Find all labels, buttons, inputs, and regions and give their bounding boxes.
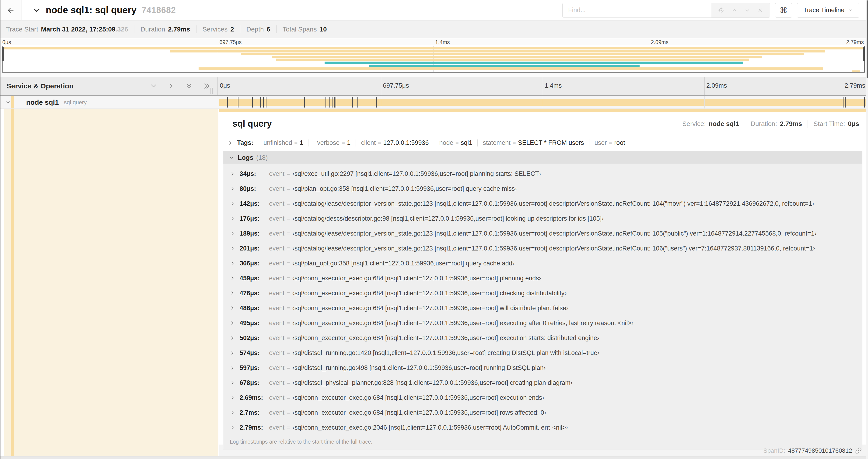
log-row[interactable]: 176μs:event=‹sql/catalog/descs/descripto… [223,211,862,226]
chevron-right-icon [230,246,235,251]
collapse-span-chevron-icon[interactable] [5,100,11,105]
link-icon[interactable] [855,447,862,454]
log-row[interactable]: 80μs:event=‹sql/plan_opt.go:358 [nsql1,c… [223,181,862,196]
column-resize-handle[interactable] [211,88,213,94]
expand-all-icon[interactable] [185,82,193,90]
minimap-canvas[interactable] [2,46,865,73]
minimap-tick-label: 1.4ms [433,39,450,45]
log-timestamp: 366μs: [240,260,267,267]
log-row[interactable]: 574μs:event=‹sql/distsql_running.go:1420… [223,346,862,360]
span-row-name-cell: node sql1 sql query [0,96,217,108]
span-row-node-sql1[interactable]: node sql1 sql query [0,96,866,109]
log-marker [845,97,846,107]
back-button[interactable] [0,0,22,20]
find-input[interactable] [563,3,711,18]
view-selector-label: Trace Timeline [803,6,844,14]
log-timestamp: 34μs: [240,170,267,177]
log-row[interactable]: 189μs:event=‹sql/catalog/lease/descripto… [223,226,862,241]
minimap-span [852,70,861,73]
collapse-one-icon[interactable] [167,82,175,90]
log-row[interactable]: 495μs:event=‹sql/conn_executor_exec.go:6… [223,316,862,330]
log-row[interactable]: 486μs:event=‹sql/conn_executor_exec.go:6… [223,301,862,316]
chevron-right-icon [230,335,235,340]
trace-summary-label: Trace Start [6,26,38,33]
minimap-tick-labels: 0μs697.75μs1.4ms2.09ms2.79ms [2,39,865,45]
log-field-value: ‹sql/conn_executor_exec.go:684 [nsql1,cl… [292,394,544,401]
log-row[interactable]: 678μs:event=‹sql/distsql_physical_planne… [223,375,862,390]
log-row[interactable]: 502μs:event=‹sql/conn_executor_exec.go:6… [223,330,862,346]
log-timestamp: 486μs: [240,305,267,312]
log-row[interactable]: 34μs:event=‹sql/exec_util.go:2297 [nsql1… [223,166,862,181]
trace-summary-suffix: .326 [116,26,128,33]
divider [745,120,745,128]
log-field-key: event [269,305,284,312]
log-timestamp: 2.7ms: [240,409,267,416]
log-row[interactable]: 2.7ms:event=‹sql/conn_executor_exec.go:6… [223,405,862,420]
expand-one-icon[interactable] [150,82,157,90]
log-field-key: event [269,245,284,252]
minimap-scrubber-grip[interactable] [863,47,865,61]
log-field-key: event [269,260,284,267]
log-field-key: event [269,409,284,416]
prev-result-icon[interactable] [731,7,738,13]
collapse-all-icon[interactable] [203,82,211,90]
tag-separator: = [378,140,381,146]
tag-separator: = [609,140,612,146]
chevron-right-icon [230,261,235,266]
tag-item: client=127.0.0.1:59936 [361,139,429,146]
window-left-edge [0,0,0,459]
log-field-separator: = [287,290,290,296]
log-row[interactable]: 2.69ms:event=‹sql/conn_executor_exec.go:… [223,390,862,405]
span-color-strip [11,109,14,456]
log-marker [260,97,260,107]
scrollbar-thumb[interactable] [867,0,868,78]
tag-separator: = [513,140,516,146]
span-detail-panel: sql query Service:node sql1Duration:2.79… [219,109,866,445]
tag-separator: = [342,140,345,146]
log-field-key: event [269,349,284,357]
log-marker [358,97,358,107]
log-field-key: event [269,200,284,207]
tags-row[interactable]: Tags: _unfinished=1_verbose=1client=127.… [219,135,866,149]
span-row-timeline-cell[interactable] [219,96,866,108]
detail-meta-label: Start Time: [813,120,845,128]
log-row[interactable]: 476μs:event=‹sql/conn_executor_exec.go:6… [223,286,862,301]
detail-meta-value: node sql1 [709,120,739,128]
minimap-tick-label: 0μs [2,39,11,45]
tag-separator: = [294,140,298,146]
log-field-value: ‹sql/conn_executor_exec.go:684 [nsql1,cl… [292,409,546,416]
log-row[interactable]: 597μs:event=‹sql/distsql_running.go:498 … [223,360,862,375]
logs-header[interactable]: Logs (18) [223,151,862,164]
trace-summary-value: 2 [230,26,234,33]
log-row[interactable]: 366μs:event=‹sql/plan_opt.go:358 [nsql1,… [223,256,862,271]
bottom-strip [0,456,868,459]
log-field-separator: = [287,409,290,416]
ruler-tick-label: 697.75μs [381,82,409,89]
column-divider [217,77,218,95]
tag-value: 127.0.0.1:59936 [383,139,429,146]
left-gutter [0,109,4,456]
scrollbar[interactable] [866,0,868,459]
log-timestamp: 2.79ms: [240,424,267,431]
detail-meta-value: 2.79ms [780,120,802,128]
log-field-key: event [269,275,284,282]
view-selector-button[interactable]: Trace Timeline [797,3,859,18]
log-marker [843,97,843,107]
log-row[interactable]: 459μs:event=‹sql/conn_executor_exec.go:6… [223,271,862,286]
log-row[interactable]: 2.79ms:event=‹sql/conn_executor_exec.go:… [223,420,862,435]
log-timestamp: 142μs: [240,200,267,207]
log-row[interactable]: 142μs:event=‹sql/catalog/lease/descripto… [223,196,862,211]
clear-search-icon[interactable] [757,7,763,13]
chevron-down-icon [848,8,853,12]
scope-to-match-icon[interactable] [718,7,724,13]
trace-title-group: node sql1: sql query 7418682 [33,5,176,15]
keyboard-shortcuts-button[interactable]: ⌘ [775,3,792,18]
next-result-icon[interactable] [744,7,751,13]
log-field-value: ‹sql/conn_executor_exec.go:684 [nsql1,cl… [292,305,568,312]
minimap-scrubber-grip[interactable] [2,47,4,61]
chevron-right-icon [230,291,235,296]
chevron-right-icon [230,186,235,191]
collapse-trace-chevron-icon[interactable] [33,6,40,14]
log-field-value: ‹sql/catalog/descs/descriptor.go:98 [nsq… [292,215,603,222]
log-row[interactable]: 201μs:event=‹sql/catalog/lease/descripto… [223,241,862,256]
